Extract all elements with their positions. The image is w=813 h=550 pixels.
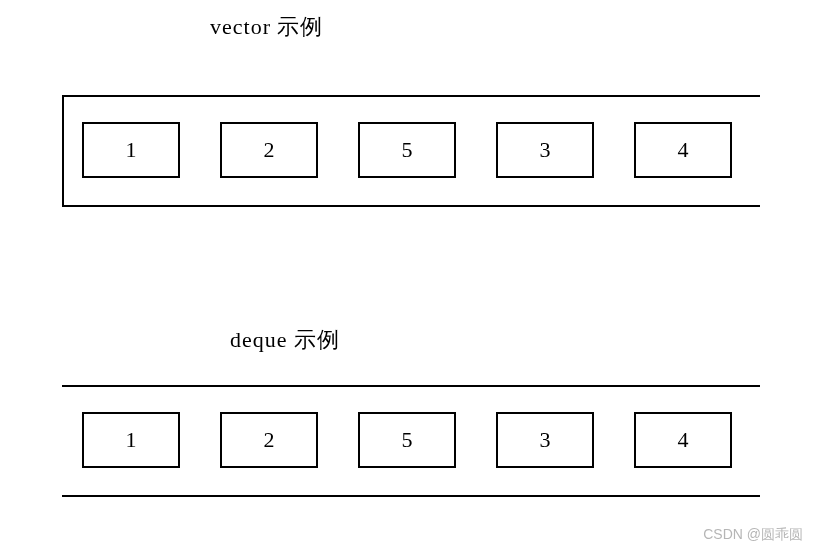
deque-cell: 4 — [634, 412, 732, 468]
vector-cell: 4 — [634, 122, 732, 178]
vector-cells: 1 2 5 3 4 — [82, 122, 732, 178]
deque-bottom-border — [62, 495, 760, 497]
deque-cell: 2 — [220, 412, 318, 468]
vector-cell: 1 — [82, 122, 180, 178]
vector-bottom-border — [62, 205, 760, 207]
vector-title: vector 示例 — [210, 12, 323, 42]
deque-title: deque 示例 — [230, 325, 340, 355]
watermark: CSDN @圆乖圆 — [703, 526, 803, 544]
deque-top-border — [62, 385, 760, 387]
deque-cell: 3 — [496, 412, 594, 468]
deque-cell: 5 — [358, 412, 456, 468]
vector-cell: 5 — [358, 122, 456, 178]
vector-cell: 2 — [220, 122, 318, 178]
deque-container: 1 2 5 3 4 — [62, 385, 760, 497]
vector-left-border — [62, 95, 64, 207]
deque-cell: 1 — [82, 412, 180, 468]
vector-container: 1 2 5 3 4 — [62, 95, 760, 207]
vector-top-border — [62, 95, 760, 97]
vector-cell: 3 — [496, 122, 594, 178]
deque-cells: 1 2 5 3 4 — [82, 412, 732, 468]
